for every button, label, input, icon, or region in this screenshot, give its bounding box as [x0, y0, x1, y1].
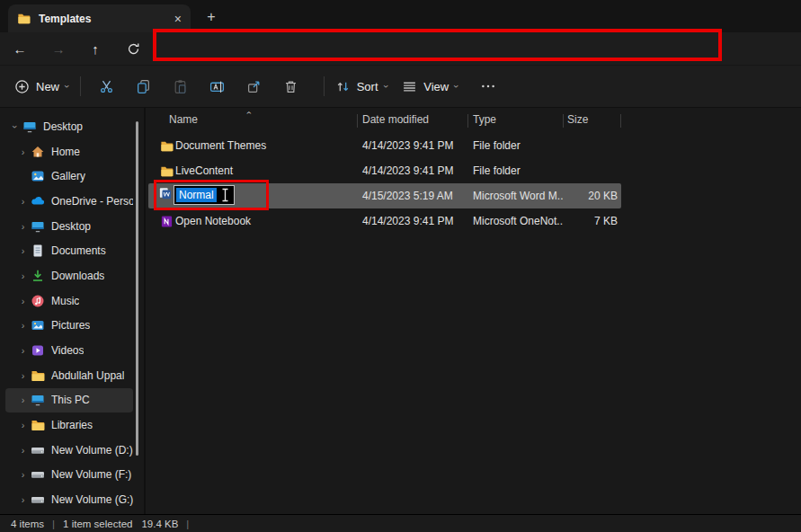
- scissors-icon: [99, 79, 114, 94]
- sidebar-item-new-volume-d[interactable]: › New Volume (D:): [5, 438, 133, 463]
- share-button[interactable]: [239, 72, 270, 101]
- close-tab-icon[interactable]: ×: [174, 13, 182, 25]
- navigation-pane: › Desktop › Home Gallery › OneDrive - Pe…: [0, 108, 144, 514]
- up-button[interactable]: ↑: [85, 38, 106, 59]
- tab-title: Templates: [39, 13, 91, 25]
- delete-button[interactable]: [276, 72, 307, 101]
- trash-icon: [283, 79, 298, 94]
- copy-icon: [136, 79, 151, 94]
- back-button[interactable]: ←: [9, 38, 31, 59]
- file-explorer-window: Templates × + ← → ↑ › ⋯ Users › purem › …: [0, 0, 801, 532]
- chevron-right-icon[interactable]: ›: [17, 221, 29, 232]
- chevron-right-icon[interactable]: ›: [17, 320, 29, 331]
- sidebar-item-libraries[interactable]: › Libraries: [5, 412, 133, 438]
- highlight-box-rename-field: Normal: [154, 180, 269, 210]
- status-divider: |: [186, 519, 189, 529]
- sidebar-divider: [144, 108, 146, 514]
- chevron-right-icon[interactable]: ›: [17, 370, 29, 381]
- column-divider[interactable]: [467, 114, 468, 128]
- drive-icon: [31, 443, 45, 457]
- onenote-icon: [160, 215, 174, 228]
- picture-icon: [31, 318, 45, 332]
- chevron-right-icon[interactable]: ›: [17, 245, 29, 256]
- column-header-name[interactable]: Name: [169, 113, 198, 126]
- sidebar-item-desktop[interactable]: › Desktop: [5, 214, 133, 239]
- sidebar-item-pictures[interactable]: › Pictures: [5, 314, 133, 339]
- folder-icon: [160, 164, 174, 178]
- video-play-icon: [31, 343, 45, 358]
- onedrive-cloud-icon: [31, 194, 45, 208]
- column-header-type[interactable]: Type: [473, 113, 496, 126]
- rename-icon: [209, 79, 225, 94]
- chevron-right-icon[interactable]: ›: [17, 345, 29, 356]
- file-date: 4/14/2023 9:41 PM: [357, 164, 467, 177]
- chevron-right-icon[interactable]: ›: [17, 270, 29, 281]
- this-pc-icon: [31, 393, 45, 407]
- desktop-monitor-icon: [22, 120, 37, 134]
- share-icon: [246, 79, 262, 94]
- music-note-icon: [31, 294, 45, 308]
- column-header-date-modified[interactable]: Date modified: [362, 113, 429, 126]
- chevron-right-icon[interactable]: ›: [17, 395, 29, 405]
- see-more-button[interactable]: [475, 72, 502, 101]
- file-size: 20 KB: [563, 190, 621, 202]
- paste-icon: [173, 79, 188, 94]
- chevron-down-icon: ›: [380, 84, 391, 88]
- column-divider[interactable]: [563, 114, 564, 128]
- sidebar-item-documents[interactable]: › Documents: [5, 238, 133, 263]
- column-divider[interactable]: [620, 114, 621, 128]
- gallery-icon: [31, 169, 45, 183]
- rename-selected-text: Normal: [176, 188, 217, 202]
- sidebar-item-desktop-root[interactable]: › Desktop: [5, 114, 133, 139]
- plus-circle-icon: [14, 79, 30, 94]
- chevron-right-icon[interactable]: ›: [17, 469, 29, 480]
- sidebar-item-home[interactable]: › Home: [5, 139, 133, 164]
- folder-icon: [31, 368, 45, 383]
- sort-ascending-icon: ›: [244, 111, 254, 114]
- chevron-right-icon[interactable]: ›: [17, 146, 29, 157]
- new-button[interactable]: New ›: [14, 79, 69, 94]
- sidebar-item-downloads[interactable]: › Downloads: [5, 263, 133, 288]
- file-type: Microsoft OneNot...: [467, 215, 563, 227]
- file-type: File folder: [467, 139, 563, 152]
- chevron-right-icon[interactable]: ›: [17, 494, 29, 505]
- sidebar-item-gallery[interactable]: Gallery: [5, 164, 133, 189]
- view-button[interactable]: View ›: [402, 79, 458, 94]
- sidebar-item-this-pc[interactable]: › This PC: [5, 388, 133, 413]
- file-row-document-themes[interactable]: Document Themes 4/14/2023 9:41 PM File f…: [148, 133, 621, 158]
- file-date: 4/14/2023 9:41 PM: [357, 215, 467, 227]
- chevron-right-icon[interactable]: ›: [17, 420, 29, 430]
- file-type: File folder: [467, 164, 563, 177]
- view-lines-icon: [402, 79, 417, 94]
- refresh-button[interactable]: [122, 38, 144, 59]
- new-tab-button[interactable]: +: [201, 7, 221, 27]
- sidebar-item-new-volume-g[interactable]: › New Volume (G:): [5, 487, 133, 512]
- cut-button[interactable]: [92, 72, 122, 101]
- text-cursor-icon: [221, 188, 229, 202]
- file-size: 7 KB: [563, 215, 621, 227]
- sidebar-item-new-volume-f[interactable]: › New Volume (F:): [5, 463, 133, 488]
- file-row-open-notebook[interactable]: Open Notebook 4/14/2023 9:41 PM Microsof…: [148, 208, 621, 234]
- chevron-right-icon[interactable]: ›: [17, 445, 29, 456]
- sidebar-scrollbar[interactable]: [136, 121, 138, 456]
- chevron-down-icon: ›: [451, 84, 462, 88]
- sort-button[interactable]: Sort ›: [335, 79, 388, 94]
- column-header-size[interactable]: Size: [567, 113, 588, 126]
- sidebar-item-music[interactable]: › Music: [5, 288, 133, 314]
- copy-button[interactable]: [129, 72, 159, 101]
- download-arrow-icon: [31, 269, 45, 283]
- drive-icon: [31, 467, 45, 482]
- file-name: LiveContent: [175, 164, 233, 177]
- chevron-right-icon[interactable]: ›: [17, 296, 29, 306]
- sidebar-item-videos[interactable]: › Videos: [5, 338, 133, 363]
- rename-button[interactable]: [202, 72, 233, 101]
- file-date: 4/15/2023 5:19 AM: [357, 190, 467, 202]
- status-divider: |: [52, 519, 55, 529]
- sidebar-item-abdullah-uppal[interactable]: › Abdullah Uppal: [5, 363, 133, 388]
- more-dots-icon: [480, 78, 496, 94]
- selection-count: 1 item selected: [63, 519, 132, 529]
- column-divider[interactable]: [357, 114, 358, 128]
- chevron-expanded-icon[interactable]: ›: [10, 120, 21, 132]
- sidebar-item-onedrive[interactable]: › OneDrive - Personal: [5, 189, 133, 214]
- chevron-right-icon[interactable]: ›: [17, 196, 29, 207]
